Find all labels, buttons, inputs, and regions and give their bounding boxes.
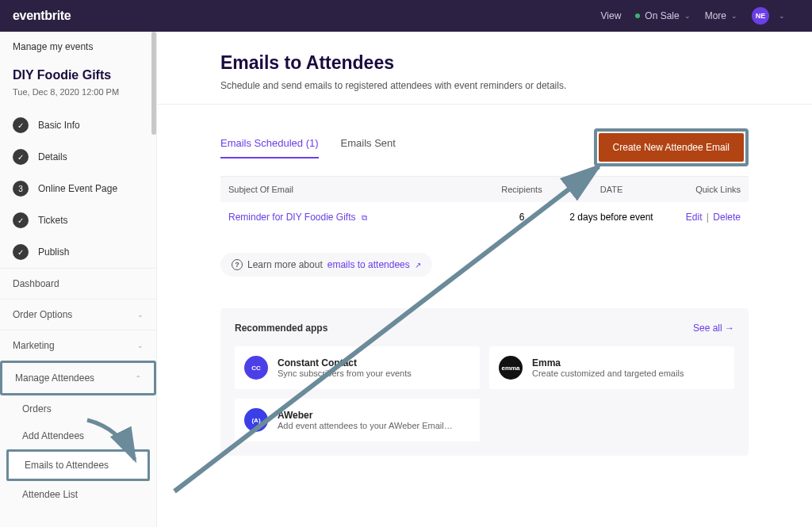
status-dropdown[interactable]: On Sale ⌄ — [635, 10, 690, 21]
manage-label: Manage my events — [13, 41, 93, 52]
check-icon: ✓ — [13, 244, 29, 260]
recipients-value: 6 — [482, 212, 561, 223]
section-label: Manage Attendees — [15, 372, 94, 384]
apps-header: Recommended apps See all → — [235, 323, 734, 334]
avatar: NE — [752, 7, 769, 25]
nav-label: Online Event Page — [38, 183, 117, 194]
sub-orders[interactable]: Orders — [0, 395, 156, 422]
highlight-create-button: Create New Attendee Email — [594, 128, 749, 166]
manage-my-events[interactable]: Manage my events — [0, 32, 156, 62]
app-name: Constant Contact — [278, 357, 412, 369]
status-dot-icon — [635, 13, 640, 18]
nav-label: Details — [38, 151, 67, 162]
topbar: eventbrite View On Sale ⌄ More ⌄ NE ⌄ — [0, 0, 812, 32]
chevron-down-icon: ⌄ — [731, 12, 737, 20]
section-order-options[interactable]: Order Options⌄ — [0, 299, 156, 330]
app-icon: (A) — [244, 408, 268, 432]
view-link[interactable]: View — [601, 10, 622, 21]
sub-attendee-list[interactable]: Attendee List — [0, 481, 156, 508]
sub-emails-to-attendees[interactable]: Emails to Attendees — [9, 452, 147, 479]
date-value: 2 days before event — [561, 212, 661, 223]
apps-grid: CC Constant Contact Sync subscribers fro… — [235, 346, 734, 441]
event-title: DIY Foodie Gifts — [13, 68, 144, 82]
more-dropdown[interactable]: More ⌄ — [705, 10, 737, 21]
nav-online-event-page[interactable]: 3 Online Event Page — [0, 173, 156, 204]
step-number-icon: 3 — [13, 181, 29, 197]
col-quick-links: Quick Links — [661, 185, 741, 194]
main-header: Emails to Attendees Schedule and send em… — [157, 32, 812, 105]
app-desc: Create customized and targeted emails — [532, 369, 684, 378]
chevron-down-icon: ⌄ — [779, 12, 785, 20]
brand-logo[interactable]: eventbrite — [13, 9, 71, 23]
section-manage-attendees[interactable]: Manage Attendees⌄ — [2, 363, 154, 393]
app-icon: CC — [244, 356, 268, 380]
highlight-emails-to-attendees: Emails to Attendees — [6, 449, 150, 481]
page-subtitle: Schedule and send emails to registered a… — [220, 80, 812, 91]
info-link: emails to attendees — [327, 259, 410, 270]
page-title: Emails to Attendees — [220, 52, 812, 74]
section-dashboard[interactable]: Dashboard — [0, 268, 156, 299]
copy-icon[interactable]: ⧉ — [362, 213, 367, 222]
create-new-attendee-email-button[interactable]: Create New Attendee Email — [599, 133, 744, 162]
table-header: Subject Of Email Recipients DATE Quick L… — [220, 176, 749, 202]
app-aweber[interactable]: (A) AWeber Add event attendees to your A… — [235, 399, 480, 441]
separator: | — [704, 212, 712, 223]
col-subject: Subject Of Email — [228, 185, 482, 194]
nav-label: Basic Info — [38, 120, 80, 131]
check-icon: ✓ — [13, 117, 29, 133]
see-all-link[interactable]: See all → — [693, 323, 734, 334]
app-name: Emma — [532, 357, 684, 369]
main-content: Emails to Attendees Schedule and send em… — [157, 32, 812, 527]
learn-more-pill[interactable]: ? Learn more about emails to attendees ↗ — [220, 253, 432, 277]
email-subject-link[interactable]: Reminder for DIY Foodie Gifts — [228, 212, 356, 223]
check-icon: ✓ — [13, 212, 29, 228]
chevron-up-icon: ⌄ — [135, 374, 141, 382]
event-title-block: DIY Foodie Gifts Tue, Dec 8, 2020 12:00 … — [0, 62, 156, 109]
chevron-down-icon: ⌄ — [137, 342, 144, 349]
chevron-down-icon: ⌄ — [684, 12, 691, 20]
section-label: Marketing — [13, 340, 55, 351]
sidebar: Manage my events DIY Foodie Gifts Tue, D… — [0, 32, 157, 527]
nav-publish[interactable]: ✓ Publish — [0, 236, 156, 268]
section-label: Dashboard — [13, 278, 59, 289]
app-icon: emma — [499, 356, 523, 380]
user-menu[interactable]: NE ⌄ — [752, 7, 785, 25]
section-marketing[interactable]: Marketing⌄ — [0, 330, 156, 361]
tab-emails-sent[interactable]: Emails Sent — [341, 137, 396, 158]
recommended-apps: Recommended apps See all → CC Constant C… — [220, 308, 749, 456]
app-constant-contact[interactable]: CC Constant Contact Sync subscribers fro… — [235, 346, 480, 389]
nav-details[interactable]: ✓ Details — [0, 141, 156, 173]
col-recipients: Recipients — [482, 185, 561, 194]
nav-tickets[interactable]: ✓ Tickets — [0, 204, 156, 236]
scrollbar[interactable] — [151, 32, 156, 135]
content-area: Emails Scheduled (1) Emails Sent Create … — [157, 105, 812, 472]
view-label: View — [601, 10, 622, 21]
sub-add-attendees[interactable]: Add Attendees — [0, 422, 156, 449]
check-icon: ✓ — [13, 149, 29, 165]
tab-emails-scheduled[interactable]: Emails Scheduled (1) — [220, 137, 319, 158]
question-icon: ? — [232, 259, 243, 270]
delete-link[interactable]: Delete — [713, 212, 741, 223]
highlight-manage-attendees: Manage Attendees⌄ — [0, 361, 156, 395]
more-label: More — [705, 10, 726, 21]
nav-label: Publish — [38, 246, 69, 258]
section-label: Order Options — [13, 309, 72, 320]
nav-label: Tickets — [38, 215, 68, 226]
apps-title: Recommended apps — [235, 323, 327, 334]
chevron-down-icon: ⌄ — [137, 311, 144, 319]
tabs-row: Emails Scheduled (1) Emails Sent Create … — [220, 128, 749, 166]
app-name: AWeber — [278, 410, 453, 421]
event-date: Tue, Dec 8, 2020 12:00 PM — [13, 87, 144, 97]
table-row: Reminder for DIY Foodie Gifts ⧉ 6 2 days… — [220, 202, 749, 232]
edit-link[interactable]: Edit — [686, 212, 703, 223]
col-date: DATE — [561, 185, 661, 194]
info-prefix: Learn more about — [247, 259, 323, 270]
tabs: Emails Scheduled (1) Emails Sent — [220, 137, 396, 158]
app-emma[interactable]: emma Emma Create customized and targeted… — [489, 346, 734, 389]
app-desc: Add event attendees to your AWeber Email… — [278, 421, 453, 430]
external-link-icon: ↗ — [415, 261, 421, 269]
app-desc: Sync subscribers from your events — [278, 369, 412, 378]
nav-basic-info[interactable]: ✓ Basic Info — [0, 109, 156, 141]
status-label: On Sale — [645, 10, 679, 21]
